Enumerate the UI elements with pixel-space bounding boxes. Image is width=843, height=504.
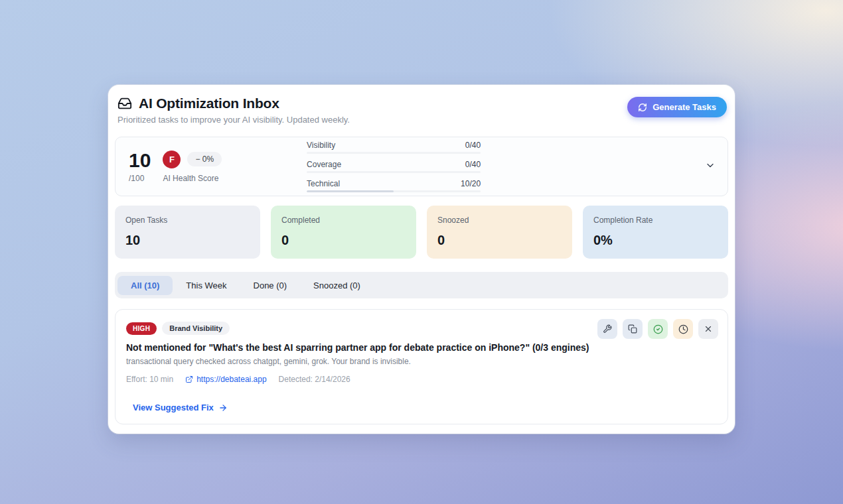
stat-value: 0 <box>281 233 406 248</box>
tab-all[interactable]: All (10) <box>117 276 173 295</box>
panel-header: AI Optimization Inbox Prioritized tasks … <box>115 93 728 125</box>
task-detected-date: Detected: 2/14/2026 <box>279 375 350 384</box>
task-url-label: https://debateai.app <box>196 375 266 384</box>
stats-row: Open Tasks 10 Completed 0 Snoozed 0 Comp… <box>115 206 728 259</box>
category-badge: Brand Visibility <box>162 322 230 335</box>
metric-progress-track <box>307 171 481 173</box>
metric-visibility: Visibility 0/40 <box>307 141 481 154</box>
generate-tasks-label: Generate Tasks <box>652 102 716 112</box>
refresh-icon <box>638 103 647 112</box>
task-meta: Effort: 10 min https://debateai.app Dete… <box>126 375 717 384</box>
check-circle-icon <box>653 324 663 334</box>
external-link-icon <box>185 375 193 383</box>
snooze-task-button[interactable] <box>673 319 693 339</box>
stat-card-completion-rate: Completion Rate 0% <box>583 206 728 259</box>
score-metrics: Visibility 0/40 Coverage 0/40 Technical … <box>307 141 481 192</box>
ai-optimization-inbox-panel: AI Optimization Inbox Prioritized tasks … <box>108 85 735 434</box>
stat-label: Completed <box>281 216 406 225</box>
task-effort: Effort: 10 min <box>126 375 173 384</box>
stat-label: Completion Rate <box>593 216 718 225</box>
health-score-max: /100 <box>129 174 151 183</box>
view-suggested-fix-label: View Suggested Fix <box>133 403 214 412</box>
mark-done-button[interactable] <box>648 319 668 339</box>
close-icon <box>704 324 713 334</box>
health-score-card: 10 /100 F − 0% AI Health Score Visibilit… <box>115 137 728 196</box>
chevron-down-icon <box>705 160 716 171</box>
stat-value: 0% <box>593 233 718 248</box>
fix-task-button[interactable] <box>597 319 617 339</box>
clock-icon <box>678 324 688 334</box>
priority-badge: HIGH <box>126 322 157 335</box>
task-url-link[interactable]: https://debateai.app <box>185 375 266 384</box>
metric-progress-track <box>307 152 481 154</box>
wrench-icon <box>603 324 612 334</box>
stat-label: Open Tasks <box>125 216 250 225</box>
task-filter-tabs: All (10) This Week Done (0) Snoozed (0) <box>115 272 728 298</box>
metric-coverage: Coverage 0/40 <box>307 160 481 173</box>
metric-progress-track <box>307 190 481 192</box>
inbox-icon <box>117 96 132 111</box>
copy-icon <box>628 324 637 334</box>
health-score-label: AI Health Score <box>163 174 222 183</box>
health-score-value: 10 <box>129 151 151 170</box>
metric-label: Visibility <box>307 141 335 150</box>
page-title: AI Optimization Inbox <box>139 95 279 111</box>
task-actions <box>597 319 718 339</box>
dismiss-task-button[interactable] <box>698 319 718 339</box>
score-block: 10 /100 <box>129 151 151 183</box>
stat-value: 0 <box>437 233 562 248</box>
stat-label: Snoozed <box>437 216 562 225</box>
metric-value: 0/40 <box>465 160 481 169</box>
metric-label: Technical <box>307 179 340 188</box>
arrow-right-icon <box>218 403 228 412</box>
metric-label: Coverage <box>307 160 341 169</box>
grade-block: F − 0% AI Health Score <box>163 151 222 183</box>
view-suggested-fix-link[interactable]: View Suggested Fix <box>133 403 228 412</box>
metric-value: 0/40 <box>465 141 481 150</box>
task-footer: View Suggested Fix <box>126 401 717 413</box>
tab-snoozed[interactable]: Snoozed (0) <box>300 276 374 295</box>
grade-badge: F <box>163 151 181 168</box>
stat-value: 10 <box>125 233 250 248</box>
task-title: Not mentioned for "What's the best AI sp… <box>126 342 717 353</box>
metric-progress-fill <box>307 190 394 192</box>
copy-task-button[interactable] <box>623 319 643 339</box>
metric-value: 10/20 <box>461 179 481 188</box>
tab-done[interactable]: Done (0) <box>240 276 301 295</box>
metric-technical: Technical 10/20 <box>307 179 481 192</box>
score-delta-badge: − 0% <box>187 152 222 166</box>
stat-card-snoozed: Snoozed 0 <box>427 206 572 259</box>
generate-tasks-button[interactable]: Generate Tasks <box>627 97 727 117</box>
task-card: HIGH Brand Visibility <box>115 309 728 424</box>
tab-this-week[interactable]: This Week <box>173 276 240 295</box>
expand-score-button[interactable] <box>705 160 716 173</box>
task-description: transactional query checked across chatg… <box>126 357 717 366</box>
stat-card-completed: Completed 0 <box>271 206 416 259</box>
stat-card-open-tasks: Open Tasks 10 <box>115 206 260 259</box>
